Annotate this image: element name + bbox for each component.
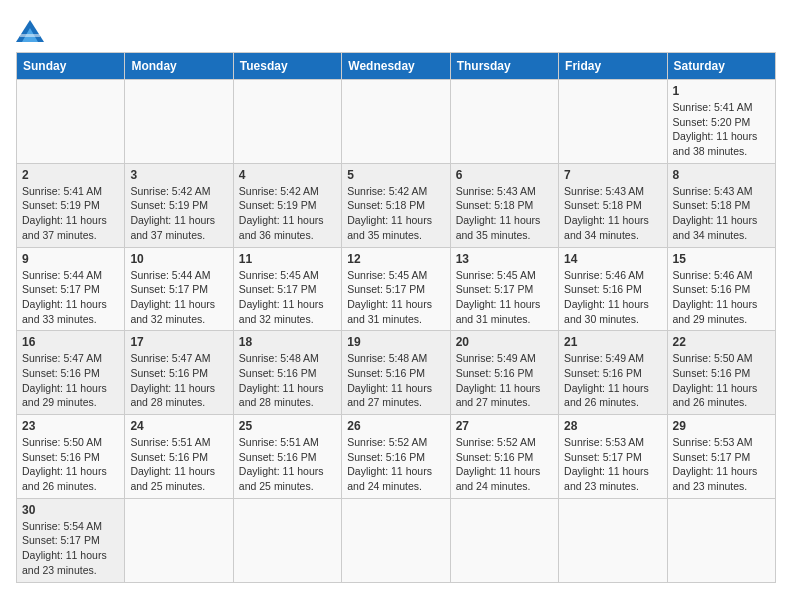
day-number: 27 <box>456 419 553 433</box>
day-number: 8 <box>673 168 770 182</box>
week-row-5: 23Sunrise: 5:50 AMSunset: 5:16 PMDayligh… <box>17 415 776 499</box>
calendar-cell: 15Sunrise: 5:46 AMSunset: 5:16 PMDayligh… <box>667 247 775 331</box>
day-number: 7 <box>564 168 661 182</box>
calendar-cell <box>342 498 450 582</box>
logo <box>16 16 48 42</box>
calendar-cell: 12Sunrise: 5:45 AMSunset: 5:17 PMDayligh… <box>342 247 450 331</box>
week-row-4: 16Sunrise: 5:47 AMSunset: 5:16 PMDayligh… <box>17 331 776 415</box>
day-number: 10 <box>130 252 227 266</box>
day-info: Sunrise: 5:45 AMSunset: 5:17 PMDaylight:… <box>456 268 553 327</box>
header <box>16 16 776 42</box>
calendar-cell: 7Sunrise: 5:43 AMSunset: 5:18 PMDaylight… <box>559 163 667 247</box>
day-info: Sunrise: 5:47 AMSunset: 5:16 PMDaylight:… <box>130 351 227 410</box>
week-row-6: 30Sunrise: 5:54 AMSunset: 5:17 PMDayligh… <box>17 498 776 582</box>
calendar-cell <box>233 80 341 164</box>
calendar-cell: 2Sunrise: 5:41 AMSunset: 5:19 PMDaylight… <box>17 163 125 247</box>
day-number: 4 <box>239 168 336 182</box>
calendar-cell: 27Sunrise: 5:52 AMSunset: 5:16 PMDayligh… <box>450 415 558 499</box>
day-number: 1 <box>673 84 770 98</box>
day-info: Sunrise: 5:54 AMSunset: 5:17 PMDaylight:… <box>22 519 119 578</box>
calendar-cell: 23Sunrise: 5:50 AMSunset: 5:16 PMDayligh… <box>17 415 125 499</box>
day-number: 19 <box>347 335 444 349</box>
day-info: Sunrise: 5:46 AMSunset: 5:16 PMDaylight:… <box>564 268 661 327</box>
day-info: Sunrise: 5:53 AMSunset: 5:17 PMDaylight:… <box>564 435 661 494</box>
day-info: Sunrise: 5:43 AMSunset: 5:18 PMDaylight:… <box>564 184 661 243</box>
day-number: 12 <box>347 252 444 266</box>
day-number: 21 <box>564 335 661 349</box>
calendar-cell <box>125 80 233 164</box>
calendar-cell <box>559 80 667 164</box>
day-info: Sunrise: 5:41 AMSunset: 5:20 PMDaylight:… <box>673 100 770 159</box>
day-info: Sunrise: 5:41 AMSunset: 5:19 PMDaylight:… <box>22 184 119 243</box>
weekday-header-sunday: Sunday <box>17 53 125 80</box>
day-info: Sunrise: 5:48 AMSunset: 5:16 PMDaylight:… <box>347 351 444 410</box>
svg-rect-2 <box>20 34 40 37</box>
day-number: 15 <box>673 252 770 266</box>
calendar-cell: 8Sunrise: 5:43 AMSunset: 5:18 PMDaylight… <box>667 163 775 247</box>
day-info: Sunrise: 5:42 AMSunset: 5:19 PMDaylight:… <box>130 184 227 243</box>
day-info: Sunrise: 5:45 AMSunset: 5:17 PMDaylight:… <box>239 268 336 327</box>
week-row-1: 1Sunrise: 5:41 AMSunset: 5:20 PMDaylight… <box>17 80 776 164</box>
calendar-cell: 29Sunrise: 5:53 AMSunset: 5:17 PMDayligh… <box>667 415 775 499</box>
day-number: 9 <box>22 252 119 266</box>
calendar-cell <box>667 498 775 582</box>
day-info: Sunrise: 5:53 AMSunset: 5:17 PMDaylight:… <box>673 435 770 494</box>
day-number: 18 <box>239 335 336 349</box>
weekday-header-wednesday: Wednesday <box>342 53 450 80</box>
day-number: 3 <box>130 168 227 182</box>
day-info: Sunrise: 5:51 AMSunset: 5:16 PMDaylight:… <box>130 435 227 494</box>
day-info: Sunrise: 5:43 AMSunset: 5:18 PMDaylight:… <box>456 184 553 243</box>
day-number: 6 <box>456 168 553 182</box>
day-info: Sunrise: 5:50 AMSunset: 5:16 PMDaylight:… <box>673 351 770 410</box>
day-number: 29 <box>673 419 770 433</box>
day-number: 14 <box>564 252 661 266</box>
calendar-cell: 10Sunrise: 5:44 AMSunset: 5:17 PMDayligh… <box>125 247 233 331</box>
weekday-header-monday: Monday <box>125 53 233 80</box>
day-info: Sunrise: 5:44 AMSunset: 5:17 PMDaylight:… <box>22 268 119 327</box>
day-number: 13 <box>456 252 553 266</box>
day-number: 24 <box>130 419 227 433</box>
day-info: Sunrise: 5:49 AMSunset: 5:16 PMDaylight:… <box>564 351 661 410</box>
calendar-cell: 26Sunrise: 5:52 AMSunset: 5:16 PMDayligh… <box>342 415 450 499</box>
calendar-cell: 20Sunrise: 5:49 AMSunset: 5:16 PMDayligh… <box>450 331 558 415</box>
calendar-cell <box>450 80 558 164</box>
day-info: Sunrise: 5:46 AMSunset: 5:16 PMDaylight:… <box>673 268 770 327</box>
weekday-header-tuesday: Tuesday <box>233 53 341 80</box>
day-info: Sunrise: 5:42 AMSunset: 5:18 PMDaylight:… <box>347 184 444 243</box>
calendar-cell: 6Sunrise: 5:43 AMSunset: 5:18 PMDaylight… <box>450 163 558 247</box>
week-row-2: 2Sunrise: 5:41 AMSunset: 5:19 PMDaylight… <box>17 163 776 247</box>
day-info: Sunrise: 5:50 AMSunset: 5:16 PMDaylight:… <box>22 435 119 494</box>
day-info: Sunrise: 5:47 AMSunset: 5:16 PMDaylight:… <box>22 351 119 410</box>
calendar-cell: 21Sunrise: 5:49 AMSunset: 5:16 PMDayligh… <box>559 331 667 415</box>
calendar-cell: 3Sunrise: 5:42 AMSunset: 5:19 PMDaylight… <box>125 163 233 247</box>
calendar-cell: 4Sunrise: 5:42 AMSunset: 5:19 PMDaylight… <box>233 163 341 247</box>
calendar-cell: 16Sunrise: 5:47 AMSunset: 5:16 PMDayligh… <box>17 331 125 415</box>
calendar-cell: 13Sunrise: 5:45 AMSunset: 5:17 PMDayligh… <box>450 247 558 331</box>
day-number: 20 <box>456 335 553 349</box>
weekday-header-friday: Friday <box>559 53 667 80</box>
day-number: 17 <box>130 335 227 349</box>
weekday-header-thursday: Thursday <box>450 53 558 80</box>
day-info: Sunrise: 5:52 AMSunset: 5:16 PMDaylight:… <box>456 435 553 494</box>
day-info: Sunrise: 5:49 AMSunset: 5:16 PMDaylight:… <box>456 351 553 410</box>
calendar-cell <box>450 498 558 582</box>
day-number: 26 <box>347 419 444 433</box>
day-number: 30 <box>22 503 119 517</box>
calendar-cell: 30Sunrise: 5:54 AMSunset: 5:17 PMDayligh… <box>17 498 125 582</box>
day-info: Sunrise: 5:48 AMSunset: 5:16 PMDaylight:… <box>239 351 336 410</box>
day-number: 5 <box>347 168 444 182</box>
day-info: Sunrise: 5:51 AMSunset: 5:16 PMDaylight:… <box>239 435 336 494</box>
day-info: Sunrise: 5:45 AMSunset: 5:17 PMDaylight:… <box>347 268 444 327</box>
calendar-cell <box>233 498 341 582</box>
calendar-cell: 22Sunrise: 5:50 AMSunset: 5:16 PMDayligh… <box>667 331 775 415</box>
day-info: Sunrise: 5:44 AMSunset: 5:17 PMDaylight:… <box>130 268 227 327</box>
day-number: 25 <box>239 419 336 433</box>
calendar-cell: 1Sunrise: 5:41 AMSunset: 5:20 PMDaylight… <box>667 80 775 164</box>
calendar-cell: 28Sunrise: 5:53 AMSunset: 5:17 PMDayligh… <box>559 415 667 499</box>
calendar-cell: 19Sunrise: 5:48 AMSunset: 5:16 PMDayligh… <box>342 331 450 415</box>
calendar-cell: 11Sunrise: 5:45 AMSunset: 5:17 PMDayligh… <box>233 247 341 331</box>
calendar-cell: 25Sunrise: 5:51 AMSunset: 5:16 PMDayligh… <box>233 415 341 499</box>
calendar-cell: 18Sunrise: 5:48 AMSunset: 5:16 PMDayligh… <box>233 331 341 415</box>
calendar-cell: 24Sunrise: 5:51 AMSunset: 5:16 PMDayligh… <box>125 415 233 499</box>
weekday-header-row: SundayMondayTuesdayWednesdayThursdayFrid… <box>17 53 776 80</box>
